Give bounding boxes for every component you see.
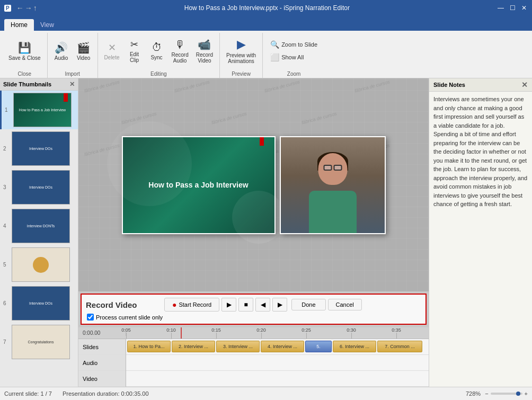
audio-button[interactable]: 🔊 Audio [51,40,72,63]
ribbon-group-import: 🔊 Audio 🎬 Video Import [48,33,98,78]
cancel-button[interactable]: Cancel [328,299,362,310]
record-video-ribbon-button[interactable]: 📹 RecordVideo [193,37,216,65]
audio-track-row [126,355,429,371]
slide-thumb-3: Interview DOs [12,170,70,205]
slide-segment-7[interactable]: 7. Common ... [377,341,422,352]
show-all-button[interactable]: ⬜ Show All [266,51,322,63]
slide-num-4: 4 [3,223,10,229]
video-button[interactable]: 🎬 Video [73,40,94,63]
quick-access[interactable]: ↑ [33,4,37,12]
nav-fwd-btn[interactable]: → [25,4,32,12]
slide-thumb-6: Interview DOs [12,286,70,321]
play-button[interactable]: ▶ [221,298,236,312]
prev-button[interactable]: ◀ [255,298,270,312]
tab-home[interactable]: Home [4,19,34,31]
slide-panel-header: Slide Thumbnails ✕ [0,78,78,91]
presentation-duration-status: Presentation duration: 0:00:35.00 [63,390,149,397]
slide-thumb-1: How to Pass a Job Interview [13,93,72,127]
slide-segment-6[interactable]: 6. Interview ... [333,341,376,352]
ribbon-group-preview: ▶ Preview withAnimations Preview [220,33,263,78]
sync-button[interactable]: ⏱ Sync [146,40,167,62]
slide-num-6: 6 [3,300,10,306]
slide-item-3[interactable]: 3 Interview DOs [0,168,78,207]
audio-icon: 🔊 [55,41,68,54]
slide-item-6[interactable]: 6 Interview DOs [0,284,78,323]
slides-track-row: 1. How to Pa... 2. Interview ... 3. Inte… [126,339,429,355]
maximize-btn[interactable]: ☐ [509,4,516,12]
delete-button[interactable]: ✕ Delete [101,40,123,62]
record-dot-icon: ● [172,300,176,309]
video-track-row [126,371,429,387]
slide-item-5[interactable]: 5 [0,245,78,284]
slide-notes-panel: Slide Notes ✕ Interviews are sometimes y… [429,78,532,387]
done-button[interactable]: Done [291,299,325,310]
zoom-to-slide-icon: 🔍 [270,40,279,49]
app-logo: P [4,5,11,12]
slide-item-2[interactable]: 2 Interview DOs [0,129,78,168]
zoom-in-icon[interactable]: + [525,390,528,397]
ribbon-tabs: Home View [0,16,532,31]
show-all-icon: ⬜ [270,53,279,61]
start-record-button[interactable]: ● Start Record [164,298,219,312]
slides-track-label: Slides [78,339,126,355]
notes-close-button[interactable]: ✕ [521,81,528,89]
edit-clip-icon: ✂ [130,39,138,50]
slide-preview-area: fábrica de cursos fábrica de cursos fábr… [78,78,429,291]
process-check-row: Process current slide only [87,314,421,321]
timeline-playhead [181,327,182,339]
audio-track-label: Audio [78,355,126,371]
close-btn[interactable]: ✕ [520,4,528,12]
slide-segment-1[interactable]: 1. How to Pa... [127,341,171,352]
zoom-out-icon[interactable]: − [485,390,488,397]
notes-title: Slide Notes [433,82,465,88]
process-slide-checkbox[interactable] [87,314,94,321]
slide-num-1: 1 [5,107,11,113]
window-title: How to Pass a Job Interview.pptx - iSpri… [37,4,497,12]
delete-icon: ✕ [108,42,116,54]
slide-segment-2[interactable]: 2. Interview ... [172,341,215,352]
next-button[interactable]: ▶ [272,298,287,312]
slide-segment-5[interactable]: 5. [305,341,332,352]
slide-num-7: 7 [3,339,10,345]
zoom-control[interactable]: − + [485,390,528,397]
nav-back-btn[interactable]: ← [16,4,24,12]
tab-view[interactable]: View [34,19,60,31]
slide-item-4[interactable]: 4 Interview DONTs [0,207,78,245]
save-close-icon: 💾 [18,41,31,54]
save-close-button[interactable]: 💾 Save & Close [5,40,44,63]
group-preview-label: Preview [232,69,251,78]
main-area: Slide Thumbnails ✕ 1 How to Pass a Job I… [0,78,532,387]
ribbon-group-zoom: 🔍 Zoom to Slide ⬜ Show All Zoom [263,33,325,78]
slide-item-1[interactable]: 1 How to Pass a Job Interview [0,91,78,129]
zoom-slider[interactable] [491,393,522,395]
group-zoom-label: Zoom [287,69,301,78]
slide-segment-3[interactable]: 3. Interview ... [216,341,260,352]
timeline-tracks: Slides Audio Video 1. How to Pa... 2. In… [78,339,429,387]
track-labels: Slides Audio Video [78,339,126,387]
video-icon: 🎬 [77,41,90,54]
slide-thumb-7: Congratulations [12,325,70,359]
center-panel: fábrica de cursos fábrica de cursos fábr… [78,78,429,387]
ribbon-group-editing: ✕ Delete ✂ EditClip ⏱ Sync 🎙 RecordAudio… [98,33,220,78]
slide-item-7[interactable]: 7 Congratulations [0,323,78,361]
minimize-btn[interactable]: — [497,4,504,12]
zoom-to-slide-button[interactable]: 🔍 Zoom to Slide [266,39,322,50]
timeline-ruler: 0:00.00 0:05 0:10 0:15 0:20 0:25 0:30 0:… [78,327,429,339]
group-import-label: Import [65,69,79,78]
slide-panel-close-icon[interactable]: ✕ [69,81,75,88]
slide-thumbnails-panel: Slide Thumbnails ✕ 1 How to Pass a Job I… [0,78,78,387]
record-video-panel: Record Video ● Start Record ▶ ■ ◀ ▶ Done… [81,294,427,325]
notes-content: Interviews are sometimes your one and on… [429,92,532,212]
main-slide-title: How to Pass a Job Interview [148,181,248,189]
slide-segment-4[interactable]: 4. Interview ... [261,341,304,352]
timeline-current-time: 0:00.00 [78,330,126,336]
stop-button[interactable]: ■ [238,298,253,312]
record-audio-button[interactable]: 🎙 RecordAudio [169,37,192,65]
preview-animations-button[interactable]: ▶ Preview withAnimations [223,36,259,66]
record-video-ribbon-icon: 📹 [198,38,211,51]
slide-thumb-5 [12,247,70,282]
status-bar: Current slide: 1 / 7 Presentation durati… [0,387,532,400]
edit-clip-button[interactable]: ✂ EditClip [124,37,145,65]
video-track-label: Video [78,371,126,387]
tracks-content: 1. How to Pa... 2. Interview ... 3. Inte… [126,339,429,387]
